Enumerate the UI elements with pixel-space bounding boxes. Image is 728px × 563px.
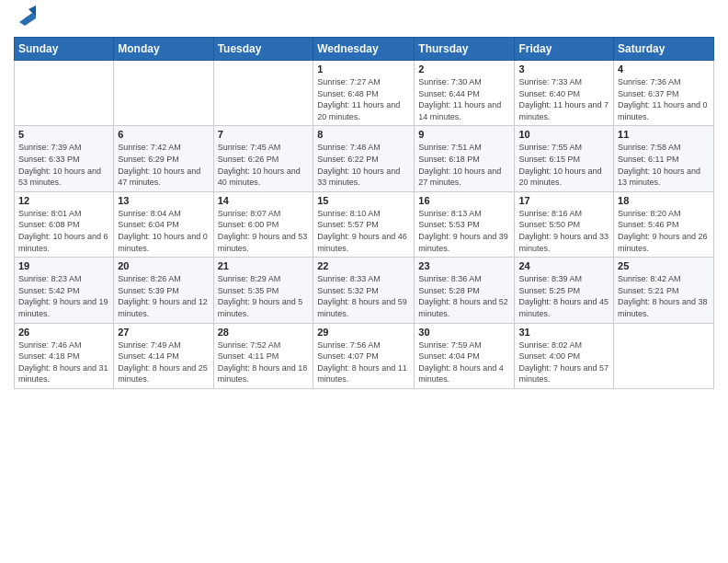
day-info: Sunrise: 7:59 AMSunset: 4:04 PMDaylight:… (418, 339, 510, 385)
calendar-cell: 13Sunrise: 8:04 AMSunset: 6:04 PMDayligh… (114, 191, 213, 257)
calendar-cell: 27Sunrise: 7:49 AMSunset: 4:14 PMDayligh… (114, 323, 213, 388)
weekday-saturday: Saturday (614, 38, 714, 61)
day-info: Sunrise: 7:42 AMSunset: 6:29 PMDaylight:… (118, 142, 209, 188)
calendar-cell (114, 61, 213, 126)
calendar-cell: 5Sunrise: 7:39 AMSunset: 6:33 PMDaylight… (15, 126, 114, 191)
day-number: 31 (518, 327, 609, 338)
calendar-cell: 2Sunrise: 7:30 AMSunset: 6:44 PMDaylight… (415, 61, 515, 126)
day-number: 4 (618, 63, 710, 75)
calendar-cell (15, 61, 114, 126)
calendar-cell: 22Sunrise: 8:33 AMSunset: 5:32 PMDayligh… (313, 258, 415, 323)
day-number: 13 (118, 195, 209, 206)
day-info: Sunrise: 7:27 AMSunset: 6:48 PMDaylight:… (317, 76, 410, 122)
calendar-cell: 4Sunrise: 7:36 AMSunset: 6:37 PMDaylight… (614, 61, 714, 126)
day-info: Sunrise: 8:01 AMSunset: 6:08 PMDaylight:… (18, 208, 109, 254)
calendar-cell: 24Sunrise: 8:39 AMSunset: 5:25 PMDayligh… (515, 258, 614, 323)
day-number: 7 (218, 129, 310, 140)
day-number: 19 (18, 260, 109, 271)
day-info: Sunrise: 7:33 AMSunset: 6:40 PMDaylight:… (518, 76, 609, 122)
calendar-cell: 14Sunrise: 8:07 AMSunset: 6:00 PMDayligh… (213, 191, 313, 257)
calendar-cell: 1Sunrise: 7:27 AMSunset: 6:48 PMDaylight… (313, 61, 415, 126)
weekday-sunday: Sunday (15, 38, 114, 61)
calendar-cell: 23Sunrise: 8:36 AMSunset: 5:28 PMDayligh… (415, 258, 515, 323)
day-number: 16 (418, 195, 510, 206)
day-number: 18 (618, 195, 710, 206)
calendar-cell: 3Sunrise: 7:33 AMSunset: 6:40 PMDaylight… (515, 61, 614, 126)
day-number: 6 (118, 129, 209, 140)
calendar-cell: 18Sunrise: 8:20 AMSunset: 5:46 PMDayligh… (614, 191, 714, 257)
day-info: Sunrise: 7:39 AMSunset: 6:33 PMDaylight:… (18, 142, 109, 188)
calendar-cell: 8Sunrise: 7:48 AMSunset: 6:22 PMDaylight… (313, 126, 415, 191)
calendar-table: SundayMondayTuesdayWednesdayThursdayFrid… (14, 37, 714, 389)
day-number: 12 (18, 195, 109, 206)
day-info: Sunrise: 8:20 AMSunset: 5:46 PMDaylight:… (618, 208, 710, 254)
week-row-5: 26Sunrise: 7:46 AMSunset: 4:18 PMDayligh… (15, 323, 714, 388)
weekday-monday: Monday (114, 38, 213, 61)
day-number: 9 (418, 129, 510, 140)
weekday-wednesday: Wednesday (313, 38, 415, 61)
day-info: Sunrise: 7:48 AMSunset: 6:22 PMDaylight:… (317, 142, 410, 188)
day-number: 22 (317, 260, 410, 271)
day-info: Sunrise: 8:29 AMSunset: 5:35 PMDaylight:… (218, 273, 310, 319)
day-number: 1 (317, 63, 410, 75)
day-number: 28 (218, 327, 310, 338)
calendar-cell (213, 61, 313, 126)
day-info: Sunrise: 7:51 AMSunset: 6:18 PMDaylight:… (418, 142, 510, 188)
page: SundayMondayTuesdayWednesdayThursdayFrid… (0, 0, 728, 403)
weekday-header-row: SundayMondayTuesdayWednesdayThursdayFrid… (15, 38, 714, 61)
week-row-4: 19Sunrise: 8:23 AMSunset: 5:42 PMDayligh… (15, 258, 714, 323)
day-number: 27 (118, 327, 209, 338)
weekday-thursday: Thursday (415, 38, 515, 61)
logo (14, 9, 36, 29)
day-info: Sunrise: 7:58 AMSunset: 6:11 PMDaylight:… (618, 142, 710, 188)
week-row-1: 1Sunrise: 7:27 AMSunset: 6:48 PMDaylight… (15, 61, 714, 126)
day-info: Sunrise: 8:10 AMSunset: 5:57 PMDaylight:… (317, 208, 410, 254)
day-number: 30 (418, 327, 510, 338)
weekday-friday: Friday (515, 38, 614, 61)
calendar-cell: 9Sunrise: 7:51 AMSunset: 6:18 PMDaylight… (415, 126, 515, 191)
day-number: 5 (18, 129, 109, 140)
day-info: Sunrise: 7:46 AMSunset: 4:18 PMDaylight:… (18, 339, 109, 385)
day-number: 14 (218, 195, 310, 206)
day-number: 8 (317, 129, 410, 140)
day-number: 25 (618, 260, 710, 271)
day-info: Sunrise: 8:13 AMSunset: 5:53 PMDaylight:… (418, 208, 510, 254)
day-info: Sunrise: 7:55 AMSunset: 6:15 PMDaylight:… (518, 142, 609, 188)
day-info: Sunrise: 7:52 AMSunset: 4:11 PMDaylight:… (218, 339, 310, 385)
day-number: 29 (317, 327, 410, 338)
weekday-tuesday: Tuesday (213, 38, 313, 61)
day-info: Sunrise: 8:02 AMSunset: 4:00 PMDaylight:… (518, 339, 609, 385)
calendar-cell: 16Sunrise: 8:13 AMSunset: 5:53 PMDayligh… (415, 191, 515, 257)
calendar-cell: 15Sunrise: 8:10 AMSunset: 5:57 PMDayligh… (313, 191, 415, 257)
day-number: 2 (418, 63, 510, 75)
calendar-cell: 19Sunrise: 8:23 AMSunset: 5:42 PMDayligh… (15, 258, 114, 323)
day-info: Sunrise: 8:33 AMSunset: 5:32 PMDaylight:… (317, 273, 410, 319)
week-row-3: 12Sunrise: 8:01 AMSunset: 6:08 PMDayligh… (15, 191, 714, 257)
day-info: Sunrise: 8:23 AMSunset: 5:42 PMDaylight:… (18, 273, 109, 319)
day-info: Sunrise: 8:07 AMSunset: 6:00 PMDaylight:… (218, 208, 310, 254)
calendar-cell: 31Sunrise: 8:02 AMSunset: 4:00 PMDayligh… (515, 323, 614, 388)
day-info: Sunrise: 8:42 AMSunset: 5:21 PMDaylight:… (618, 273, 710, 319)
day-number: 3 (518, 63, 609, 75)
calendar-cell: 29Sunrise: 7:56 AMSunset: 4:07 PMDayligh… (313, 323, 415, 388)
day-number: 20 (118, 260, 209, 271)
week-row-2: 5Sunrise: 7:39 AMSunset: 6:33 PMDaylight… (15, 126, 714, 191)
day-info: Sunrise: 8:26 AMSunset: 5:39 PMDaylight:… (118, 273, 209, 319)
calendar-cell: 11Sunrise: 7:58 AMSunset: 6:11 PMDayligh… (614, 126, 714, 191)
calendar-cell: 28Sunrise: 7:52 AMSunset: 4:11 PMDayligh… (213, 323, 313, 388)
day-info: Sunrise: 8:16 AMSunset: 5:50 PMDaylight:… (518, 208, 609, 254)
calendar-cell: 25Sunrise: 8:42 AMSunset: 5:21 PMDayligh… (614, 258, 714, 323)
day-info: Sunrise: 8:04 AMSunset: 6:04 PMDaylight:… (118, 208, 209, 254)
logo-icon (16, 6, 36, 26)
calendar-cell: 12Sunrise: 8:01 AMSunset: 6:08 PMDayligh… (15, 191, 114, 257)
calendar-cell: 6Sunrise: 7:42 AMSunset: 6:29 PMDaylight… (114, 126, 213, 191)
calendar-cell: 10Sunrise: 7:55 AMSunset: 6:15 PMDayligh… (515, 126, 614, 191)
day-number: 11 (618, 129, 710, 140)
day-info: Sunrise: 8:36 AMSunset: 5:28 PMDaylight:… (418, 273, 510, 319)
day-info: Sunrise: 7:49 AMSunset: 4:14 PMDaylight:… (118, 339, 209, 385)
day-number: 26 (18, 327, 109, 338)
calendar-cell: 21Sunrise: 8:29 AMSunset: 5:35 PMDayligh… (213, 258, 313, 323)
calendar-cell (614, 323, 714, 388)
day-info: Sunrise: 7:45 AMSunset: 6:26 PMDaylight:… (218, 142, 310, 188)
day-info: Sunrise: 7:30 AMSunset: 6:44 PMDaylight:… (418, 76, 510, 122)
